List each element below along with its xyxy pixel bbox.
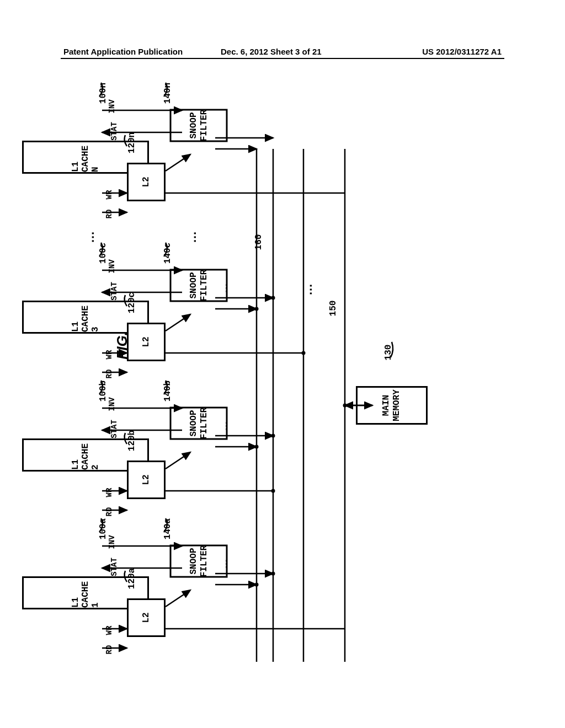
ref-120a: 120a xyxy=(127,568,137,589)
svg-point-40 xyxy=(255,445,259,449)
stat-a: STAT xyxy=(110,558,119,576)
ref-140a: 140a xyxy=(163,518,173,539)
svg-point-43 xyxy=(271,296,275,300)
svg-line-17 xyxy=(166,452,190,469)
l2-b-label: L2 xyxy=(141,474,151,485)
l2-a: L2 xyxy=(127,598,166,637)
dots-sf-b: … xyxy=(218,419,230,431)
rd-n: RD xyxy=(105,210,114,219)
svg-point-38 xyxy=(255,583,259,587)
figure-3: FIG. 3 L1 CACHE 1 L2 SNOOP FILTER L1 CAC… xyxy=(63,77,505,673)
svg-line-18 xyxy=(166,314,190,331)
ref-120b: 120b xyxy=(127,430,137,451)
stat-c: STAT xyxy=(110,282,119,301)
rd-c: RD xyxy=(105,370,114,379)
l1-cache-1-label: L1 CACHE 1 xyxy=(71,578,100,608)
inv-a: INV xyxy=(108,535,116,549)
ref-140n: 140n xyxy=(163,83,173,104)
rd-a: RD xyxy=(105,645,114,655)
l2-c: L2 xyxy=(127,323,166,361)
ref-100a: 100a xyxy=(98,518,108,539)
svg-line-16 xyxy=(166,590,190,607)
ref-130: 130 xyxy=(383,345,393,361)
ref-160: 160 xyxy=(254,234,264,250)
ref-100b: 100b xyxy=(98,381,108,402)
snoop-filter-b-label: SNOOP FILTER xyxy=(189,408,209,440)
dots-sf-between: … xyxy=(185,229,199,243)
inv-n: INV xyxy=(108,99,116,113)
main-memory: MAIN MEMORY xyxy=(356,386,428,425)
dots-bus: … xyxy=(301,281,315,296)
ref-120c: 120c xyxy=(127,292,137,313)
dots-sf-c: … xyxy=(218,281,230,293)
ref-100c: 100c xyxy=(98,243,108,264)
svg-point-45 xyxy=(271,489,275,493)
dots-sf-a: … xyxy=(218,557,230,569)
l2-a-label: L2 xyxy=(141,612,151,623)
l1-cache-n-label: L1 CACHE N xyxy=(71,142,100,172)
ref-120n: 120n xyxy=(127,132,137,153)
l1-cache-2-label: L1 CACHE 2 xyxy=(71,440,100,470)
svg-point-44 xyxy=(302,351,306,355)
ref-100n: 100n xyxy=(98,83,108,104)
svg-point-46 xyxy=(343,404,347,408)
l1-cache-3-label: L1 CACHE 3 xyxy=(71,302,100,332)
snoop-filter-a-label: SNOOP FILTER xyxy=(189,545,209,577)
wr-a: WR xyxy=(105,626,114,635)
stat-b: STAT xyxy=(110,420,119,438)
svg-point-39 xyxy=(271,572,275,576)
wr-n: WR xyxy=(105,190,114,200)
wr-b: WR xyxy=(105,488,114,497)
ref-150: 150 xyxy=(328,301,338,317)
ref-140b: 140b xyxy=(163,381,173,402)
ref-140c: 140c xyxy=(163,243,173,264)
wr-c: WR xyxy=(105,350,114,360)
l2-c-label: L2 xyxy=(141,336,151,347)
l2-n-label: L2 xyxy=(141,176,151,187)
inv-b: INV xyxy=(108,397,116,411)
header-right: US 2012/0311272 A1 xyxy=(422,47,502,56)
rd-b: RD xyxy=(105,507,114,517)
snoop-filter-n-label: SNOOP FILTER xyxy=(189,110,209,142)
svg-point-42 xyxy=(255,307,259,311)
header-center: Dec. 6, 2012 Sheet 3 of 21 xyxy=(221,47,322,56)
snoop-filter-c-label: SNOOP FILTER xyxy=(189,270,209,302)
header-left: Patent Application Publication xyxy=(63,47,183,56)
l2-n: L2 xyxy=(127,163,166,201)
header-rule xyxy=(61,58,504,59)
main-memory-label: MAIN MEMORY xyxy=(381,389,402,421)
svg-line-19 xyxy=(166,154,190,171)
svg-point-41 xyxy=(271,434,275,438)
snoop-filter-n: SNOOP FILTER xyxy=(170,109,228,142)
dots-between-cn: … xyxy=(83,229,97,243)
l2-b: L2 xyxy=(127,461,166,499)
stat-n: STAT xyxy=(110,122,119,141)
inv-c: INV xyxy=(108,259,116,273)
